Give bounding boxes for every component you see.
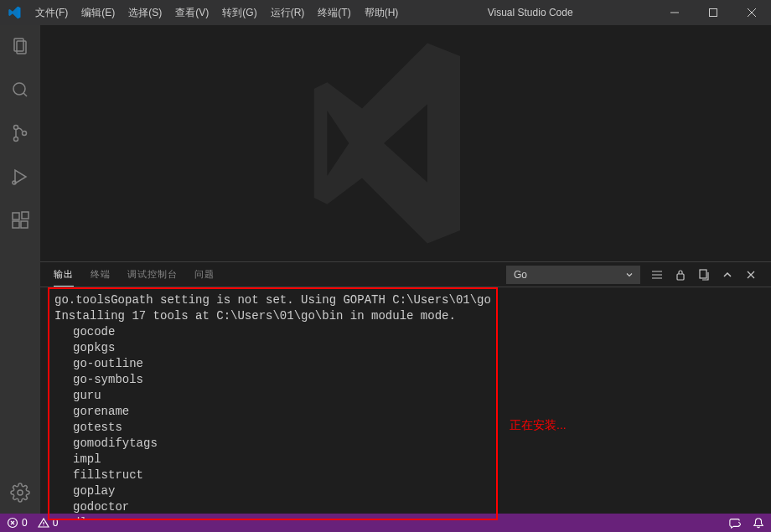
output-channel-value: Go (514, 269, 527, 281)
menu-help[interactable]: 帮助(H) (358, 0, 406, 25)
status-errors-count: 0 (22, 517, 28, 529)
search-icon[interactable] (0, 75, 40, 104)
output-tool-line: godoctor (54, 499, 491, 515)
output-highlight-box: go.toolsGopath setting is not set. Using… (48, 287, 498, 520)
activity-bar (0, 25, 40, 514)
menu-goto[interactable]: 转到(G) (215, 0, 263, 25)
output-tool-line: impl (54, 452, 491, 467)
status-errors[interactable]: 0 (7, 517, 28, 529)
settings-gear-icon[interactable] (0, 478, 40, 507)
open-log-icon[interactable] (697, 268, 711, 281)
output-tool-line: gorename (54, 404, 491, 420)
window-title: Visual Studio Code (405, 7, 655, 18)
output-body[interactable]: go.toolsGopath setting is not set. Using… (40, 287, 771, 514)
close-button[interactable] (732, 0, 771, 25)
window-controls (655, 0, 771, 25)
svg-rect-10 (21, 221, 28, 228)
installing-annotation: 正在安装... (510, 417, 567, 433)
svg-rect-11 (22, 212, 28, 219)
minimize-button[interactable] (655, 0, 694, 25)
maximize-panel-icon[interactable] (721, 268, 734, 281)
bottom-panel: 输出 终端 调试控制台 问题 Go (40, 261, 771, 514)
tab-output[interactable]: 输出 (54, 262, 74, 287)
menu-view[interactable]: 查看(V) (168, 0, 215, 25)
output-tool-line: gomodifytags (54, 436, 491, 452)
output-channel-select[interactable]: Go (506, 266, 640, 284)
svg-rect-14 (700, 270, 706, 278)
menu-select[interactable]: 选择(S) (122, 0, 168, 25)
run-debug-icon[interactable] (0, 163, 40, 191)
status-feedback-icon[interactable] (729, 517, 741, 529)
tab-problems[interactable]: 问题 (194, 262, 215, 287)
output-line: Installing 17 tools at C:\Users\01\go\bi… (54, 308, 491, 324)
output-tool-line: gotests (54, 420, 491, 436)
tab-debug[interactable]: 调试控制台 (127, 262, 178, 287)
output-tool-line: fillstruct (54, 467, 491, 483)
svg-rect-0 (710, 9, 717, 17)
svg-point-12 (18, 490, 23, 495)
menu-bar: 文件(F) 编辑(E) 选择(S) 查看(V) 转到(G) 运行(R) 终端(T… (28, 0, 405, 25)
status-bell-icon[interactable] (753, 517, 764, 529)
output-line: go.toolsGopath setting is not set. Using… (54, 292, 491, 308)
output-tool-line: dlv (54, 515, 491, 520)
menu-terminal[interactable]: 终端(T) (311, 0, 357, 25)
explorer-icon[interactable] (0, 32, 40, 60)
svg-point-6 (23, 132, 27, 136)
output-tool-line: go-outline (54, 356, 491, 372)
output-tool-line: go-symbols (54, 372, 491, 388)
svg-point-4 (14, 126, 18, 130)
chevron-down-icon (624, 270, 634, 280)
menu-file[interactable]: 文件(F) (28, 0, 75, 25)
svg-rect-8 (13, 213, 19, 220)
clear-output-icon[interactable] (650, 268, 664, 281)
titlebar: 文件(F) 编辑(E) 选择(S) 查看(V) 转到(G) 运行(R) 终端(T… (0, 0, 771, 25)
svg-rect-13 (677, 274, 684, 280)
close-panel-icon[interactable] (744, 268, 758, 281)
svg-point-3 (13, 83, 25, 95)
maximize-button[interactable] (694, 0, 732, 25)
editor-empty-area (40, 25, 771, 261)
vscode-logo-icon (0, 6, 28, 19)
svg-point-5 (14, 137, 18, 142)
output-tool-line: guru (54, 388, 491, 404)
menu-edit[interactable]: 编辑(E) (75, 0, 122, 25)
extensions-icon[interactable] (0, 206, 40, 235)
output-tool-line: gopkgs (54, 340, 491, 356)
output-tool-line: gocode (54, 324, 491, 340)
lock-scroll-icon[interactable] (674, 268, 687, 281)
svg-rect-9 (13, 221, 19, 228)
menu-run[interactable]: 运行(R) (264, 0, 312, 25)
svg-point-7 (13, 181, 16, 184)
tab-terminal[interactable]: 终端 (91, 262, 111, 287)
output-tool-line: goplay (54, 483, 491, 499)
source-control-icon[interactable] (0, 119, 40, 147)
